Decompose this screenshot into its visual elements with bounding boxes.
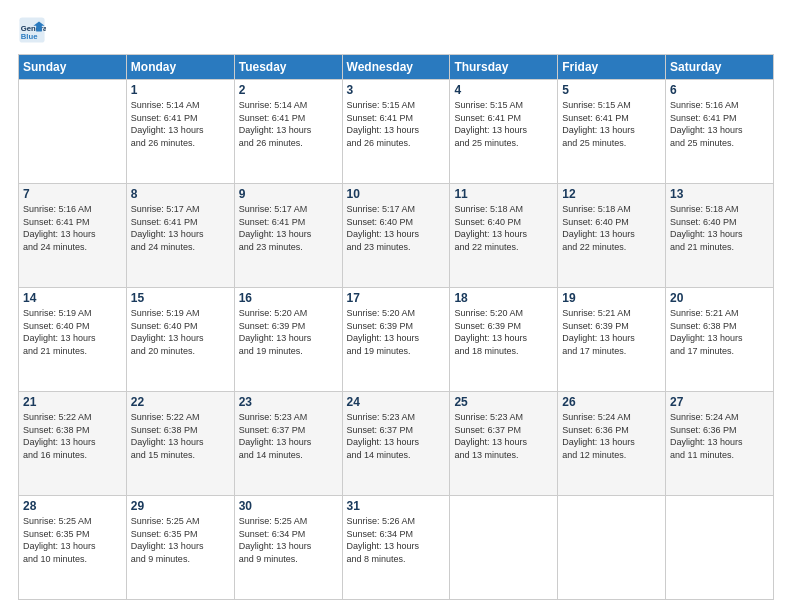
calendar-cell: 10Sunrise: 5:17 AM Sunset: 6:40 PM Dayli… [342, 184, 450, 288]
day-info: Sunrise: 5:16 AM Sunset: 6:41 PM Dayligh… [23, 203, 122, 253]
calendar-cell: 21Sunrise: 5:22 AM Sunset: 6:38 PM Dayli… [19, 392, 127, 496]
day-number: 28 [23, 499, 122, 513]
day-info: Sunrise: 5:20 AM Sunset: 6:39 PM Dayligh… [454, 307, 553, 357]
calendar-week-row: 21Sunrise: 5:22 AM Sunset: 6:38 PM Dayli… [19, 392, 774, 496]
day-info: Sunrise: 5:22 AM Sunset: 6:38 PM Dayligh… [131, 411, 230, 461]
day-info: Sunrise: 5:22 AM Sunset: 6:38 PM Dayligh… [23, 411, 122, 461]
day-number: 7 [23, 187, 122, 201]
day-info: Sunrise: 5:23 AM Sunset: 6:37 PM Dayligh… [347, 411, 446, 461]
calendar-cell: 7Sunrise: 5:16 AM Sunset: 6:41 PM Daylig… [19, 184, 127, 288]
day-info: Sunrise: 5:18 AM Sunset: 6:40 PM Dayligh… [562, 203, 661, 253]
column-header-saturday: Saturday [666, 55, 774, 80]
calendar-cell [450, 496, 558, 600]
day-number: 8 [131, 187, 230, 201]
day-number: 2 [239, 83, 338, 97]
page-header: General Blue [18, 16, 774, 44]
day-info: Sunrise: 5:14 AM Sunset: 6:41 PM Dayligh… [131, 99, 230, 149]
column-header-friday: Friday [558, 55, 666, 80]
calendar-cell [666, 496, 774, 600]
day-info: Sunrise: 5:17 AM Sunset: 6:41 PM Dayligh… [131, 203, 230, 253]
calendar-cell: 27Sunrise: 5:24 AM Sunset: 6:36 PM Dayli… [666, 392, 774, 496]
day-info: Sunrise: 5:15 AM Sunset: 6:41 PM Dayligh… [347, 99, 446, 149]
calendar-cell: 19Sunrise: 5:21 AM Sunset: 6:39 PM Dayli… [558, 288, 666, 392]
day-number: 11 [454, 187, 553, 201]
day-info: Sunrise: 5:18 AM Sunset: 6:40 PM Dayligh… [454, 203, 553, 253]
calendar-cell: 22Sunrise: 5:22 AM Sunset: 6:38 PM Dayli… [126, 392, 234, 496]
calendar-cell: 3Sunrise: 5:15 AM Sunset: 6:41 PM Daylig… [342, 80, 450, 184]
calendar-cell: 14Sunrise: 5:19 AM Sunset: 6:40 PM Dayli… [19, 288, 127, 392]
column-header-monday: Monday [126, 55, 234, 80]
calendar-cell: 25Sunrise: 5:23 AM Sunset: 6:37 PM Dayli… [450, 392, 558, 496]
column-header-sunday: Sunday [19, 55, 127, 80]
day-info: Sunrise: 5:16 AM Sunset: 6:41 PM Dayligh… [670, 99, 769, 149]
day-info: Sunrise: 5:15 AM Sunset: 6:41 PM Dayligh… [454, 99, 553, 149]
day-number: 31 [347, 499, 446, 513]
calendar-header-row: SundayMondayTuesdayWednesdayThursdayFrid… [19, 55, 774, 80]
day-number: 17 [347, 291, 446, 305]
day-number: 22 [131, 395, 230, 409]
logo-icon: General Blue [18, 16, 46, 44]
calendar-cell [558, 496, 666, 600]
calendar-week-row: 1Sunrise: 5:14 AM Sunset: 6:41 PM Daylig… [19, 80, 774, 184]
calendar-table: SundayMondayTuesdayWednesdayThursdayFrid… [18, 54, 774, 600]
day-number: 18 [454, 291, 553, 305]
day-info: Sunrise: 5:24 AM Sunset: 6:36 PM Dayligh… [562, 411, 661, 461]
calendar-week-row: 28Sunrise: 5:25 AM Sunset: 6:35 PM Dayli… [19, 496, 774, 600]
calendar-week-row: 14Sunrise: 5:19 AM Sunset: 6:40 PM Dayli… [19, 288, 774, 392]
day-number: 5 [562, 83, 661, 97]
day-number: 23 [239, 395, 338, 409]
day-info: Sunrise: 5:21 AM Sunset: 6:38 PM Dayligh… [670, 307, 769, 357]
day-number: 1 [131, 83, 230, 97]
calendar-cell: 5Sunrise: 5:15 AM Sunset: 6:41 PM Daylig… [558, 80, 666, 184]
calendar-cell: 26Sunrise: 5:24 AM Sunset: 6:36 PM Dayli… [558, 392, 666, 496]
day-info: Sunrise: 5:20 AM Sunset: 6:39 PM Dayligh… [347, 307, 446, 357]
day-number: 10 [347, 187, 446, 201]
day-info: Sunrise: 5:19 AM Sunset: 6:40 PM Dayligh… [131, 307, 230, 357]
day-info: Sunrise: 5:21 AM Sunset: 6:39 PM Dayligh… [562, 307, 661, 357]
day-number: 24 [347, 395, 446, 409]
day-info: Sunrise: 5:25 AM Sunset: 6:35 PM Dayligh… [131, 515, 230, 565]
day-number: 27 [670, 395, 769, 409]
day-number: 29 [131, 499, 230, 513]
day-number: 14 [23, 291, 122, 305]
day-number: 30 [239, 499, 338, 513]
day-info: Sunrise: 5:14 AM Sunset: 6:41 PM Dayligh… [239, 99, 338, 149]
day-info: Sunrise: 5:25 AM Sunset: 6:35 PM Dayligh… [23, 515, 122, 565]
calendar-cell: 2Sunrise: 5:14 AM Sunset: 6:41 PM Daylig… [234, 80, 342, 184]
column-header-tuesday: Tuesday [234, 55, 342, 80]
day-number: 13 [670, 187, 769, 201]
day-number: 20 [670, 291, 769, 305]
day-number: 12 [562, 187, 661, 201]
day-info: Sunrise: 5:23 AM Sunset: 6:37 PM Dayligh… [454, 411, 553, 461]
calendar-cell: 4Sunrise: 5:15 AM Sunset: 6:41 PM Daylig… [450, 80, 558, 184]
day-info: Sunrise: 5:20 AM Sunset: 6:39 PM Dayligh… [239, 307, 338, 357]
column-header-thursday: Thursday [450, 55, 558, 80]
calendar-cell: 31Sunrise: 5:26 AM Sunset: 6:34 PM Dayli… [342, 496, 450, 600]
logo: General Blue [18, 16, 50, 44]
calendar-cell: 1Sunrise: 5:14 AM Sunset: 6:41 PM Daylig… [126, 80, 234, 184]
calendar-cell: 11Sunrise: 5:18 AM Sunset: 6:40 PM Dayli… [450, 184, 558, 288]
day-info: Sunrise: 5:25 AM Sunset: 6:34 PM Dayligh… [239, 515, 338, 565]
calendar-cell: 20Sunrise: 5:21 AM Sunset: 6:38 PM Dayli… [666, 288, 774, 392]
day-info: Sunrise: 5:19 AM Sunset: 6:40 PM Dayligh… [23, 307, 122, 357]
day-info: Sunrise: 5:26 AM Sunset: 6:34 PM Dayligh… [347, 515, 446, 565]
day-number: 16 [239, 291, 338, 305]
day-info: Sunrise: 5:17 AM Sunset: 6:40 PM Dayligh… [347, 203, 446, 253]
calendar-cell: 24Sunrise: 5:23 AM Sunset: 6:37 PM Dayli… [342, 392, 450, 496]
day-number: 26 [562, 395, 661, 409]
day-number: 9 [239, 187, 338, 201]
column-header-wednesday: Wednesday [342, 55, 450, 80]
day-info: Sunrise: 5:24 AM Sunset: 6:36 PM Dayligh… [670, 411, 769, 461]
day-number: 15 [131, 291, 230, 305]
calendar-cell: 12Sunrise: 5:18 AM Sunset: 6:40 PM Dayli… [558, 184, 666, 288]
day-number: 19 [562, 291, 661, 305]
day-number: 21 [23, 395, 122, 409]
day-info: Sunrise: 5:17 AM Sunset: 6:41 PM Dayligh… [239, 203, 338, 253]
svg-text:Blue: Blue [21, 32, 38, 41]
calendar-cell: 23Sunrise: 5:23 AM Sunset: 6:37 PM Dayli… [234, 392, 342, 496]
calendar-cell: 29Sunrise: 5:25 AM Sunset: 6:35 PM Dayli… [126, 496, 234, 600]
day-info: Sunrise: 5:23 AM Sunset: 6:37 PM Dayligh… [239, 411, 338, 461]
day-number: 3 [347, 83, 446, 97]
day-number: 4 [454, 83, 553, 97]
calendar-cell: 17Sunrise: 5:20 AM Sunset: 6:39 PM Dayli… [342, 288, 450, 392]
